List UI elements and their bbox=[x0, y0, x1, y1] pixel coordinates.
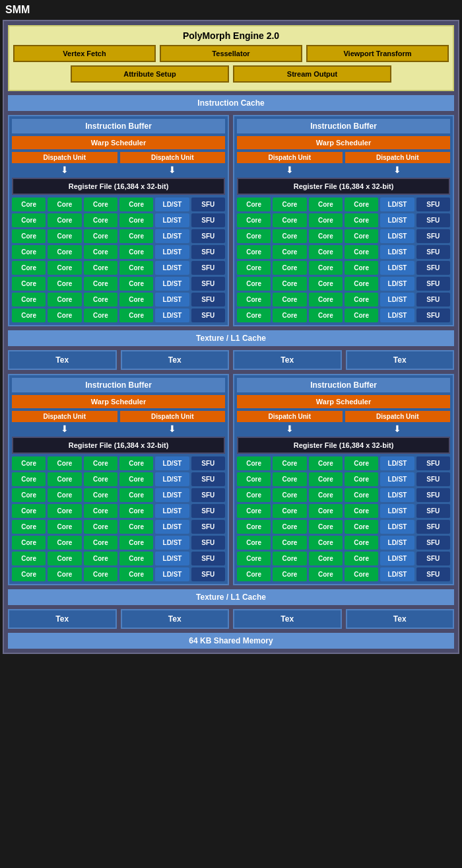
top-right-dispatch-row: Dispatch Unit Dispatch Unit bbox=[237, 152, 450, 163]
bottom-left-dispatch-row: Dispatch Unit Dispatch Unit bbox=[12, 411, 225, 422]
tex-cell-1: Tex bbox=[8, 350, 117, 370]
table-row: Core Core Core Core LD/ST SFU bbox=[12, 456, 225, 470]
top-left-dispatch-unit-2: Dispatch Unit bbox=[120, 152, 226, 163]
top-right-instr-buf-title: Instruction Buffer bbox=[237, 119, 450, 133]
table-row: Core Core Core Core LD/ST SFU bbox=[237, 293, 450, 307]
top-right-arrow-row: ⬇ ⬇ bbox=[237, 164, 450, 175]
bottom-tex-row: Tex Tex Tex Tex bbox=[8, 609, 454, 629]
smm-title: SMM bbox=[0, 0, 462, 20]
tessellator-btn: Tessellator bbox=[160, 45, 302, 62]
bottom-left-instr-buf-title: Instruction Buffer bbox=[12, 378, 225, 392]
table-row: Core Core Core Core LD/ST SFU bbox=[12, 488, 225, 502]
table-row: Core Core Core Core LD/ST SFU bbox=[12, 536, 225, 550]
bottom-right-instr-buf-title: Instruction Buffer bbox=[237, 378, 450, 392]
top-right-cores-grid: Core Core Core Core LD/ST SFU Core Core … bbox=[237, 198, 450, 322]
top-right-register-file: Register File (16,384 x 32-bit) bbox=[237, 178, 450, 195]
table-row: Core Core Core Core LD/ST SFU bbox=[237, 308, 450, 322]
shared-memory-bar: 64 KB Shared Memory bbox=[8, 633, 454, 649]
bottom-left-warp-scheduler: Warp Scheduler bbox=[12, 395, 225, 408]
table-row: Core Core Core Core LD/ST SFU bbox=[12, 229, 225, 243]
top-left-dispatch-row: Dispatch Unit Dispatch Unit bbox=[12, 152, 225, 163]
table-row: Core Core Core Core LD/ST SFU bbox=[12, 261, 225, 275]
top-right-dispatch-unit-1: Dispatch Unit bbox=[237, 152, 343, 163]
table-row: Core Core Core Core LD/ST SFU bbox=[237, 456, 450, 470]
top-left-register-file: Register File (16,384 x 32-bit) bbox=[12, 178, 225, 195]
tex-cell-4: Tex bbox=[346, 350, 455, 370]
table-row: Core Core Core Core LD/ST SFU bbox=[237, 245, 450, 259]
table-row: Core Core Core Core LD/ST SFU bbox=[12, 520, 225, 534]
table-row: Core Core Core Core LD/ST SFU bbox=[12, 552, 225, 565]
table-row: Core Core Core Core LD/ST SFU bbox=[237, 261, 450, 275]
tex-cell-2: Tex bbox=[121, 350, 230, 370]
stream-output-btn: Stream Output bbox=[233, 65, 391, 83]
table-row: Core Core Core Core LD/ST SFU bbox=[237, 472, 450, 486]
bottom-right-dispatch-unit-2: Dispatch Unit bbox=[345, 411, 451, 422]
bottom-tex-cell-2: Tex bbox=[121, 609, 230, 629]
table-row: Core Core Core Core LD/ST SFU bbox=[12, 504, 225, 518]
table-row: Core Core Core Core LD/ST SFU bbox=[237, 213, 450, 227]
top-left-cores-grid: Core Core Core Core LD/ST SFU Core Core … bbox=[12, 198, 225, 322]
top-right-instruction-buffer: Instruction Buffer Warp Scheduler Dispat… bbox=[233, 115, 454, 326]
bottom-right-cores-grid: Core Core Core Core LD/ST SFU Core Core … bbox=[237, 456, 450, 581]
tex-cell-3: Tex bbox=[233, 350, 342, 370]
table-row: Core Core Core Core LD/ST SFU bbox=[12, 308, 225, 322]
polymorph-row2: Attribute Setup Stream Output bbox=[13, 65, 449, 83]
table-row: Core Core Core Core LD/ST SFU bbox=[12, 213, 225, 227]
top-left-warp-scheduler: Warp Scheduler bbox=[12, 136, 225, 149]
table-row: Core Core Core Core LD/ST SFU bbox=[237, 536, 450, 550]
bottom-right-dispatch-row: Dispatch Unit Dispatch Unit bbox=[237, 411, 450, 422]
bottom-left-dispatch-unit-2: Dispatch Unit bbox=[120, 411, 226, 422]
table-row: Core Core Core Core LD/ST SFU bbox=[12, 567, 225, 581]
top-left-dispatch-unit-1: Dispatch Unit bbox=[12, 152, 117, 163]
attribute-setup-btn: Attribute Setup bbox=[71, 65, 229, 83]
bottom-right-instruction-buffer: Instruction Buffer Warp Scheduler Dispat… bbox=[233, 374, 454, 585]
table-row: Core Core Core Core LD/ST SFU bbox=[237, 504, 450, 518]
polymorph-title: PolyMorph Engine 2.0 bbox=[13, 30, 449, 41]
top-tex-row: Tex Tex Tex Tex bbox=[8, 350, 454, 370]
bottom-right-arrow-row: ⬇ ⬇ bbox=[237, 423, 450, 434]
bottom-right-warp-scheduler: Warp Scheduler bbox=[237, 395, 450, 408]
bottom-two-columns: Instruction Buffer Warp Scheduler Dispat… bbox=[8, 374, 454, 585]
top-two-columns: Instruction Buffer Warp Scheduler Dispat… bbox=[8, 115, 454, 326]
table-row: Core Core Core Core LD/ST SFU bbox=[237, 567, 450, 581]
bottom-tex-cell-4: Tex bbox=[346, 609, 455, 629]
bottom-left-register-file: Register File (16,384 x 32-bit) bbox=[12, 437, 225, 454]
bottom-left-instruction-buffer: Instruction Buffer Warp Scheduler Dispat… bbox=[8, 374, 229, 585]
outer-wrapper: PolyMorph Engine 2.0 Vertex Fetch Tessel… bbox=[3, 20, 459, 654]
bottom-right-register-file: Register File (16,384 x 32-bit) bbox=[237, 437, 450, 454]
top-left-instruction-buffer: Instruction Buffer Warp Scheduler Dispat… bbox=[8, 115, 229, 326]
top-left-instr-buf-title: Instruction Buffer bbox=[12, 119, 225, 133]
table-row: Core Core Core Core LD/ST SFU bbox=[12, 472, 225, 486]
bottom-tex-cell-1: Tex bbox=[8, 609, 117, 629]
polymorph-engine: PolyMorph Engine 2.0 Vertex Fetch Tessel… bbox=[8, 25, 454, 91]
bottom-left-dispatch-unit-1: Dispatch Unit bbox=[12, 411, 117, 422]
table-row: Core Core Core Core LD/ST SFU bbox=[237, 520, 450, 534]
table-row: Core Core Core Core LD/ST SFU bbox=[237, 552, 450, 565]
table-row: Core Core Core Core LD/ST SFU bbox=[12, 198, 225, 211]
top-right-dispatch-unit-2: Dispatch Unit bbox=[345, 152, 451, 163]
table-row: Core Core Core Core LD/ST SFU bbox=[237, 198, 450, 211]
instruction-cache-bar: Instruction Cache bbox=[8, 95, 454, 111]
bottom-tex-cell-3: Tex bbox=[233, 609, 342, 629]
bottom-left-cores-grid: Core Core Core Core LD/ST SFU Core Core … bbox=[12, 456, 225, 581]
polymorph-row1: Vertex Fetch Tessellator Viewport Transf… bbox=[13, 45, 449, 62]
top-right-warp-scheduler: Warp Scheduler bbox=[237, 136, 450, 149]
bottom-right-dispatch-unit-1: Dispatch Unit bbox=[237, 411, 343, 422]
bottom-left-arrow-row: ⬇ ⬇ bbox=[12, 423, 225, 434]
top-texture-cache-bar: Texture / L1 Cache bbox=[8, 330, 454, 346]
bottom-texture-cache-bar: Texture / L1 Cache bbox=[8, 589, 454, 605]
table-row: Core Core Core Core LD/ST SFU bbox=[12, 245, 225, 259]
table-row: Core Core Core Core LD/ST SFU bbox=[12, 293, 225, 307]
table-row: Core Core Core Core LD/ST SFU bbox=[237, 488, 450, 502]
viewport-transform-btn: Viewport Transform bbox=[306, 45, 449, 62]
vertex-fetch-btn: Vertex Fetch bbox=[13, 45, 156, 62]
table-row: Core Core Core Core LD/ST SFU bbox=[12, 277, 225, 291]
top-left-arrow-row: ⬇ ⬇ bbox=[12, 164, 225, 175]
table-row: Core Core Core Core LD/ST SFU bbox=[237, 229, 450, 243]
table-row: Core Core Core Core LD/ST SFU bbox=[237, 277, 450, 291]
